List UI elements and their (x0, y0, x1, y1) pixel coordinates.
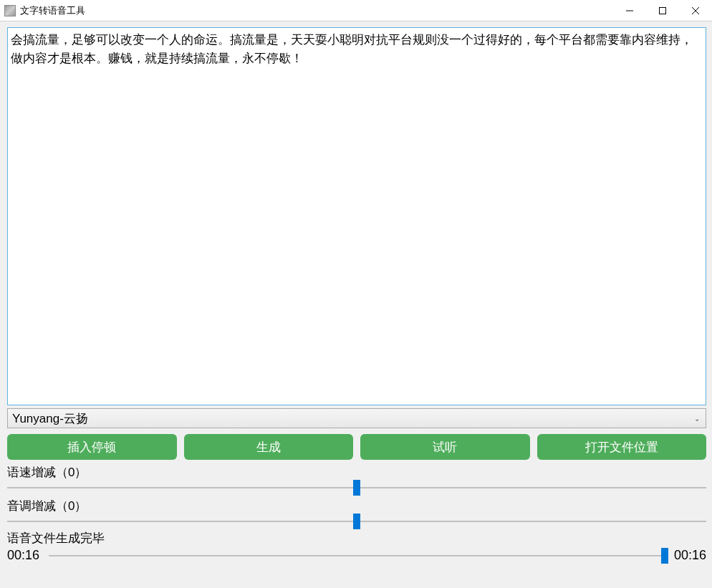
minimize-button[interactable] (613, 0, 646, 21)
titlebar-left: 文字转语音工具 (0, 4, 85, 17)
voice-select[interactable]: Yunyang-云扬 ⌄ (7, 408, 706, 428)
playback-current-time: 00:16 (7, 548, 43, 563)
playback-slider[interactable] (49, 550, 665, 562)
pitch-slider-group: 音调增减（0） (7, 498, 706, 527)
close-icon (692, 7, 699, 14)
playback-row: 00:16 00:16 (7, 548, 706, 563)
pitch-slider[interactable] (7, 516, 706, 527)
preview-button[interactable]: 试听 (360, 434, 530, 460)
playback-track-line (49, 555, 665, 556)
text-input[interactable] (7, 27, 706, 405)
maximize-button[interactable] (646, 0, 679, 21)
maximize-icon (659, 7, 666, 14)
main-content: Yunyang-云扬 ⌄ 插入停顿 生成 试听 打开文件位置 语速增减（0） 音… (0, 21, 712, 588)
pitch-label: 音调增减（0） (7, 498, 706, 514)
action-button-row: 插入停顿 生成 试听 打开文件位置 (7, 434, 706, 460)
app-icon (4, 5, 16, 16)
speed-label: 语速增减（0） (7, 464, 706, 481)
window-title: 文字转语音工具 (20, 4, 85, 17)
speed-slider[interactable] (7, 482, 706, 493)
status-message: 语音文件生成完毕 (7, 530, 706, 546)
open-folder-button[interactable]: 打开文件位置 (537, 434, 707, 460)
svg-rect-1 (660, 7, 666, 14)
speed-slider-group: 语速增减（0） (7, 464, 706, 493)
titlebar-controls (613, 0, 712, 21)
pitch-slider-handle[interactable] (353, 514, 360, 529)
generate-button[interactable]: 生成 (184, 434, 354, 460)
minimize-icon (626, 7, 633, 14)
voice-select-value: Yunyang-云扬 (12, 410, 88, 427)
insert-pause-button[interactable]: 插入停顿 (7, 434, 177, 460)
speed-slider-handle[interactable] (353, 480, 360, 496)
playback-slider-handle[interactable] (661, 548, 668, 564)
playback-total-time: 00:16 (670, 548, 706, 563)
window-titlebar: 文字转语音工具 (0, 0, 712, 21)
chevron-down-icon: ⌄ (694, 415, 700, 423)
close-button[interactable] (679, 0, 712, 21)
